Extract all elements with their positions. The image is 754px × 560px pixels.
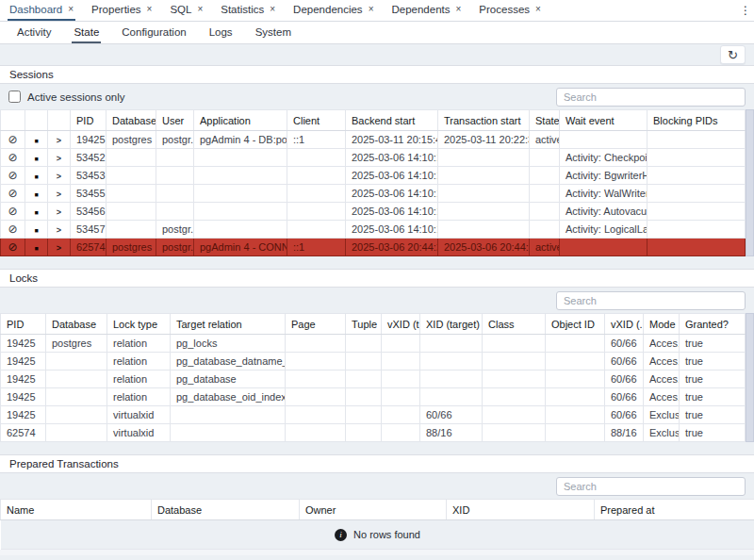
cancel-query-icon[interactable]: ⊘ [8, 187, 17, 200]
terminate-session-cell[interactable]: ■ [25, 239, 48, 256]
column-header-blocking-pids[interactable]: Blocking PIDs [647, 110, 746, 131]
expand-row-icon[interactable]: > [57, 136, 61, 145]
cancel-session-cell[interactable]: ⊘ [1, 239, 25, 256]
column-header-vxid-t[interactable]: vXID (t... [382, 314, 420, 335]
column-header-user[interactable]: User [156, 110, 194, 131]
expand-row-icon[interactable]: > [57, 243, 61, 253]
terminate-session-icon[interactable]: ■ [34, 138, 38, 144]
expand-row-cell[interactable]: > [48, 221, 71, 239]
subnav-tab-state[interactable]: State [72, 22, 101, 43]
cancel-query-icon[interactable]: ⊘ [8, 169, 17, 182]
column-header-mode[interactable]: Mode [644, 314, 680, 335]
column-header-state[interactable]: State [530, 110, 560, 131]
column-header-transaction-start[interactable]: Transaction start [438, 110, 530, 131]
terminate-session-icon[interactable]: ■ [34, 245, 38, 252]
expand-row-cell[interactable]: > [48, 167, 71, 185]
close-icon[interactable]: × [68, 5, 74, 14]
expand-row-cell[interactable]: > [48, 185, 71, 203]
tab-statistics[interactable]: Statistics× [219, 0, 277, 21]
column-header-owner[interactable]: Owner [300, 500, 447, 520]
column-header-database[interactable]: Database [152, 500, 300, 520]
active-sessions-toggle[interactable]: Active sessions only [8, 91, 125, 103]
expand-row-icon[interactable]: > [57, 172, 61, 181]
cancel-session-cell[interactable]: ⊘ [1, 167, 25, 185]
column-header-vxid[interactable]: vXID (... [605, 314, 644, 335]
close-icon[interactable]: × [456, 5, 462, 14]
prepared-search-input[interactable] [556, 477, 746, 496]
cancel-session-cell[interactable]: ⊘ [1, 221, 25, 239]
locks-search-input[interactable] [556, 291, 746, 310]
subnav-tab-configuration[interactable]: Configuration [120, 22, 188, 43]
cancel-session-cell[interactable]: ⊘ [1, 131, 25, 149]
column-header-granted[interactable]: Granted? [680, 314, 746, 335]
column-header-xid[interactable]: XID [447, 500, 595, 520]
tab-sql[interactable]: SQL× [168, 0, 205, 21]
column-header-database[interactable]: Database [107, 110, 156, 131]
refresh-button[interactable]: ↻ [720, 45, 746, 64]
cancel-query-icon[interactable]: ⊘ [8, 240, 17, 254]
close-icon[interactable]: × [270, 5, 275, 14]
cancel-query-icon[interactable]: ⊘ [8, 205, 17, 218]
active-sessions-checkbox[interactable] [8, 91, 21, 103]
terminate-session-icon[interactable]: ■ [34, 227, 38, 234]
locks-scrollbar[interactable] [746, 313, 754, 442]
tab-processes[interactable]: Processes× [477, 0, 543, 21]
terminate-session-icon[interactable]: ■ [34, 173, 38, 180]
subnav-tab-logs[interactable]: Logs [207, 22, 235, 43]
tab-properties[interactable]: Properties× [90, 0, 154, 21]
column-header-backend-start[interactable]: Backend start [346, 110, 438, 131]
cancel-query-icon[interactable]: ⊘ [8, 151, 17, 164]
column-header-wait-event[interactable]: Wait event [560, 110, 647, 131]
close-icon[interactable]: × [369, 5, 374, 14]
terminate-session-cell[interactable]: ■ [25, 167, 48, 185]
column-header-prepared-at[interactable]: Prepared at [595, 500, 754, 520]
sessions-search-input[interactable] [556, 88, 746, 107]
terminate-session-cell[interactable]: ■ [25, 203, 48, 221]
column-header-name[interactable]: Name [1, 500, 152, 520]
terminate-session-icon[interactable]: ■ [34, 191, 38, 198]
tab-dependencies[interactable]: Dependencies× [291, 0, 375, 21]
close-icon[interactable]: × [535, 5, 541, 14]
close-icon[interactable]: × [197, 5, 203, 14]
expand-row-icon[interactable]: > [57, 154, 61, 163]
expand-row-cell[interactable]: > [48, 149, 71, 167]
terminate-session-icon[interactable]: ■ [34, 156, 38, 162]
column-header-tuple[interactable]: Tuple [346, 314, 382, 335]
kebab-menu-icon[interactable]: ⋮ [737, 0, 754, 21]
cancel-query-icon[interactable]: ⊘ [8, 222, 17, 236]
cancel-session-cell[interactable]: ⊘ [1, 203, 25, 221]
expand-row-icon[interactable]: > [57, 225, 61, 235]
column-header-application[interactable]: Application [194, 110, 287, 131]
terminate-session-cell[interactable]: ■ [25, 185, 48, 203]
cancel-session-cell[interactable]: ⊘ [1, 149, 25, 167]
column-header-object-id[interactable]: Object ID [546, 314, 605, 335]
terminate-session-icon[interactable]: ■ [34, 209, 38, 216]
column-header-page[interactable]: Page [286, 314, 346, 335]
tab-dashboard[interactable]: Dashboard× [8, 0, 75, 21]
subnav-tab-activity[interactable]: Activity [15, 22, 53, 43]
cell-backend-start: 2025-03-06 14:10:11 ... [346, 149, 438, 167]
tab-dependents[interactable]: Dependents× [389, 0, 463, 21]
expand-row-cell[interactable]: > [48, 239, 71, 256]
expand-row-icon[interactable]: > [57, 189, 61, 199]
sessions-scrollbar[interactable] [746, 109, 754, 256]
column-header-pid[interactable]: PID [71, 110, 107, 131]
terminate-session-cell[interactable]: ■ [25, 131, 48, 149]
column-header-lock-type[interactable]: Lock type [107, 314, 171, 335]
terminate-session-cell[interactable]: ■ [25, 221, 48, 239]
column-header-database[interactable]: Database [46, 314, 107, 335]
expand-row-icon[interactable]: > [57, 207, 61, 217]
column-header-target-relation[interactable]: Target relation [171, 314, 286, 335]
expand-row-cell[interactable]: > [48, 131, 71, 149]
column-header-xid-target[interactable]: XID (target) [420, 314, 483, 335]
terminate-session-cell[interactable]: ■ [25, 149, 48, 167]
column-header-client[interactable]: Client [287, 110, 346, 131]
close-icon[interactable]: × [147, 5, 153, 14]
expand-row-cell[interactable]: > [48, 203, 71, 221]
subnav-tab-system[interactable]: System [254, 22, 293, 43]
cancel-query-icon[interactable]: ⊘ [8, 133, 17, 146]
table-row: 19425relationpg_database60/66Acces...tru… [1, 371, 746, 388]
column-header-pid[interactable]: PID [1, 314, 46, 335]
cancel-session-cell[interactable]: ⊘ [1, 185, 25, 203]
column-header-class[interactable]: Class [483, 314, 546, 335]
